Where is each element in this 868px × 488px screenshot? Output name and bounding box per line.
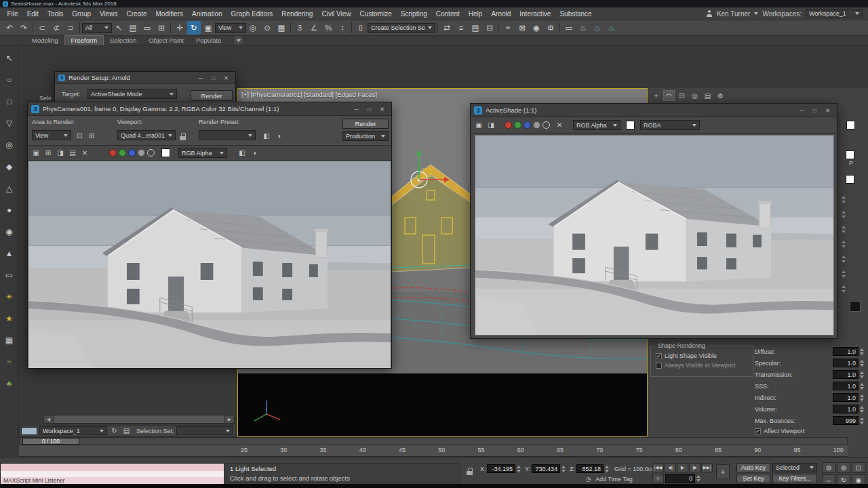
channel-display-select[interactable]: RGB Alpha bbox=[573, 120, 620, 130]
align-icon[interactable]: ≡ bbox=[454, 21, 468, 35]
spinner[interactable] bbox=[859, 347, 865, 356]
use-pivot-center-icon[interactable]: ◎ bbox=[246, 21, 260, 35]
box-primitive-icon[interactable]: □ bbox=[3, 95, 16, 108]
material-editor-icon[interactable]: ◉ bbox=[530, 21, 543, 35]
bind-to-space-warp-icon[interactable]: ⊃ bbox=[64, 21, 77, 35]
clone-window-icon[interactable]: ◨ bbox=[486, 120, 496, 131]
spinner[interactable] bbox=[859, 370, 865, 379]
spinner[interactable] bbox=[841, 285, 847, 293]
sphere-primitive-icon[interactable]: ● bbox=[3, 203, 16, 216]
macro-recorder-row[interactable] bbox=[1, 464, 224, 471]
layer-manager-icon[interactable]: ▤ bbox=[469, 21, 482, 35]
spinner[interactable] bbox=[859, 405, 865, 413]
play-icon[interactable]: ▶ bbox=[677, 463, 688, 472]
save-image-icon[interactable]: ▣ bbox=[473, 120, 484, 131]
ribbon-tab-populate[interactable]: Populate bbox=[190, 35, 228, 45]
angle-snap-icon[interactable]: ∠ bbox=[307, 21, 321, 35]
render-button[interactable]: Render bbox=[191, 90, 233, 101]
copy-image-icon[interactable]: ⊞ bbox=[43, 148, 54, 159]
background-color-swatch[interactable] bbox=[626, 121, 635, 129]
spinner[interactable] bbox=[841, 255, 847, 264]
user-name[interactable]: Ken Turner bbox=[717, 10, 750, 18]
viewport-label[interactable]: [+] [PhysCamera001] [Standard] [Edged Fa… bbox=[241, 91, 377, 98]
menu-help[interactable]: Help bbox=[464, 7, 487, 20]
foliage-icon[interactable]: ♣ bbox=[3, 377, 16, 390]
curve-editor-icon[interactable]: ≈ bbox=[501, 21, 515, 35]
area-to-render-select[interactable]: View bbox=[32, 130, 71, 140]
auto-region-icon[interactable]: ⊞ bbox=[86, 130, 97, 141]
auto-key-button[interactable]: Auto Key bbox=[736, 463, 770, 472]
menu-civil-view[interactable]: Civil View bbox=[317, 7, 355, 20]
spinner[interactable] bbox=[859, 393, 865, 402]
add-time-tag[interactable]: Add Time Tag bbox=[595, 476, 633, 483]
rendered-frame-window-icon[interactable]: ▭ bbox=[562, 21, 576, 35]
display-gamma-icon[interactable]: ◑ bbox=[273, 130, 284, 141]
red-channel-icon[interactable] bbox=[505, 121, 512, 129]
scene-explorer-icon[interactable]: ⊟ bbox=[483, 21, 496, 35]
red-channel-icon[interactable] bbox=[109, 149, 117, 157]
clear-image-icon[interactable]: ✕ bbox=[79, 148, 90, 159]
selection-lock-icon[interactable] bbox=[467, 468, 473, 475]
menu-content[interactable]: Content bbox=[431, 7, 464, 20]
scrollbar-thumb[interactable] bbox=[53, 415, 225, 423]
activeshade-icon[interactable]: ♨ bbox=[605, 21, 618, 35]
menu-graph-editors[interactable]: Graph Editors bbox=[226, 7, 277, 20]
percent-snap-icon[interactable]: % bbox=[321, 21, 335, 35]
close-icon[interactable]: ✕ bbox=[220, 73, 232, 83]
select-and-link-icon[interactable]: ⊂ bbox=[35, 21, 49, 35]
spinner[interactable] bbox=[841, 210, 847, 219]
circle-shape-icon[interactable]: ○ bbox=[3, 73, 16, 86]
green-channel-icon[interactable] bbox=[119, 149, 126, 157]
render-iterative-icon[interactable]: ♨ bbox=[591, 21, 604, 35]
edit-named-sets-icon[interactable]: {} bbox=[354, 21, 368, 35]
create-key-icon[interactable]: + bbox=[716, 464, 730, 479]
alpha-channel-icon[interactable] bbox=[147, 149, 155, 157]
grid-helper-icon[interactable]: ▦ bbox=[3, 333, 16, 346]
render-setup-titlebar[interactable]: 3 Render Setup: Arnold ─ □ ✕ bbox=[55, 72, 235, 84]
reload-workspace-icon[interactable]: ↻ bbox=[109, 426, 119, 436]
maximize-icon[interactable]: □ bbox=[363, 104, 375, 114]
maximize-icon[interactable]: □ bbox=[809, 106, 821, 115]
spinner[interactable] bbox=[841, 195, 847, 204]
listener-row[interactable] bbox=[1, 471, 224, 477]
window-titlebar[interactable]: 3 SeansHouse.max - Autodesk 3ds Max 2018 bbox=[0, 0, 868, 7]
spinner[interactable] bbox=[604, 464, 610, 473]
menu-file[interactable]: File bbox=[3, 7, 22, 20]
mono-channel-icon[interactable] bbox=[533, 121, 540, 129]
print-image-icon[interactable]: ▤ bbox=[67, 148, 78, 159]
color-swatch[interactable] bbox=[846, 121, 855, 129]
color-swatch[interactable] bbox=[846, 175, 854, 184]
close-activeshade-icon[interactable]: ✕ bbox=[554, 120, 565, 131]
mono-channel-icon[interactable] bbox=[138, 149, 145, 157]
spinner[interactable] bbox=[859, 416, 865, 425]
light-shape-visible-checkbox[interactable]: ✓ Light Shape Visible bbox=[651, 351, 753, 361]
minimize-icon[interactable]: ─ bbox=[351, 104, 362, 114]
wave-modifier-icon[interactable]: ≈ bbox=[3, 355, 16, 368]
workspace-select[interactable]: Workspace_1 bbox=[806, 9, 863, 18]
blue-channel-icon[interactable] bbox=[128, 149, 136, 157]
select-and-move-icon[interactable]: ✛ bbox=[173, 21, 186, 35]
select-and-manipulate-icon[interactable]: ⊙ bbox=[260, 21, 274, 35]
plane-primitive-icon[interactable]: ▭ bbox=[3, 268, 16, 281]
create-tab-icon[interactable]: + bbox=[650, 90, 662, 101]
menu-customize[interactable]: Customize bbox=[355, 7, 396, 20]
menu-edit[interactable]: Edit bbox=[22, 7, 43, 20]
ribbon-tab-freeform[interactable]: Freeform bbox=[64, 35, 104, 45]
affect-viewport-checkbox[interactable]: ✓ Affect Viewport bbox=[755, 426, 804, 436]
channel-display-select[interactable]: RGB Alpha bbox=[178, 148, 227, 158]
menu-interactive[interactable]: Interactive bbox=[515, 7, 555, 20]
keyboard-override-icon[interactable]: ▦ bbox=[275, 21, 288, 35]
menu-views[interactable]: Views bbox=[96, 7, 123, 20]
sun-light-icon[interactable]: ☀ bbox=[3, 290, 16, 303]
viewport-select[interactable]: Quad 4...era001 bbox=[117, 130, 176, 140]
minimize-icon[interactable]: ─ bbox=[195, 73, 206, 83]
format-select[interactable]: RGBA bbox=[640, 120, 700, 130]
menu-group[interactable]: Group bbox=[68, 7, 96, 20]
ribbon-tab-modeling[interactable]: Modeling bbox=[26, 35, 64, 45]
alpha-channel-icon[interactable] bbox=[542, 121, 550, 129]
unlink-selection-icon[interactable]: ⊄ bbox=[50, 21, 63, 35]
snap-toggle-3d-icon[interactable]: 3 bbox=[293, 21, 307, 35]
go-to-start-icon[interactable]: |◀◀ bbox=[652, 463, 664, 472]
color-correction-icon[interactable]: ◧ bbox=[237, 148, 248, 159]
star-shape-icon[interactable]: ★ bbox=[3, 312, 16, 325]
